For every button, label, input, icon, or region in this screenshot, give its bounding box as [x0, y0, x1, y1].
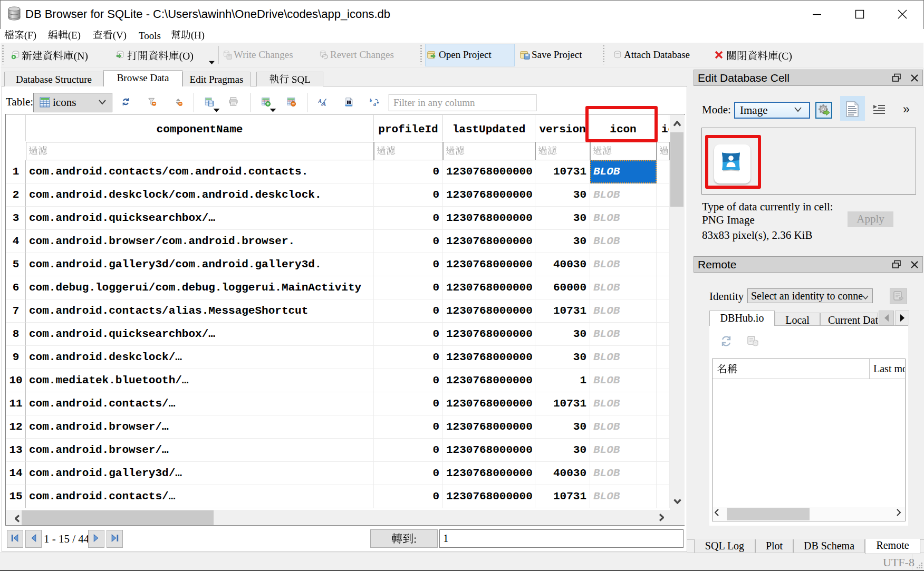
svg-text:A: A	[318, 98, 322, 104]
svg-text:a: a	[373, 101, 376, 107]
svg-text:b: b	[370, 98, 372, 103]
